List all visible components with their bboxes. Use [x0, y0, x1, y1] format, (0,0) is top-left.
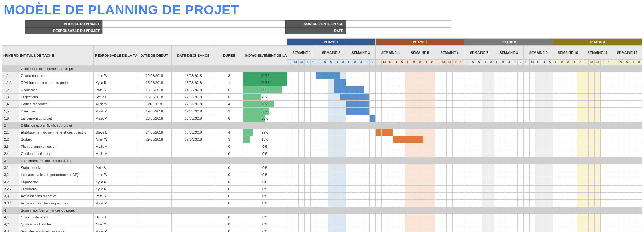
gantt-cell[interactable] [606, 101, 612, 108]
gantt-cell[interactable] [405, 101, 411, 108]
gantt-cell[interactable] [364, 143, 369, 150]
gantt-cell[interactable] [399, 193, 405, 200]
gantt-cell[interactable] [583, 164, 588, 171]
end-cell[interactable] [172, 150, 215, 157]
gantt-cell[interactable] [299, 214, 305, 221]
gantt-cell[interactable] [382, 150, 387, 157]
gantt-cell[interactable] [553, 164, 559, 171]
gantt-cell[interactable] [299, 143, 305, 150]
gantt-cell[interactable] [506, 94, 512, 101]
gantt-cell[interactable] [553, 101, 559, 108]
gantt-cell[interactable] [601, 221, 606, 228]
gantt-cell[interactable] [293, 101, 298, 108]
gantt-cell[interactable] [429, 115, 435, 122]
gantt-cell[interactable] [334, 193, 340, 200]
gantt-cell[interactable] [636, 79, 642, 86]
gantt-cell[interactable] [601, 178, 606, 186]
gantt-cell[interactable] [541, 171, 547, 178]
gantt-cell[interactable] [470, 143, 476, 150]
gantt-cell[interactable] [494, 200, 500, 207]
gantt-cell[interactable] [293, 228, 298, 232]
gantt-cell[interactable] [346, 164, 352, 171]
gantt-cell[interactable] [299, 79, 305, 86]
gantt-cell[interactable] [470, 221, 476, 228]
pct-cell[interactable]: 0% [243, 164, 287, 171]
gantt-cell[interactable] [435, 150, 441, 157]
gantt-cell[interactable] [470, 72, 476, 79]
gantt-cell[interactable] [606, 150, 612, 157]
gantt-cell[interactable] [346, 186, 352, 193]
gantt-cell[interactable] [417, 193, 423, 200]
gantt-cell[interactable] [506, 171, 512, 178]
gantt-cell[interactable] [423, 129, 429, 136]
gantt-cell[interactable] [453, 171, 458, 178]
gantt-cell[interactable] [518, 136, 524, 143]
gantt-cell[interactable] [583, 143, 588, 150]
gantt-cell[interactable] [565, 200, 571, 207]
gantt-cell[interactable] [305, 171, 311, 178]
gantt-cell[interactable] [624, 171, 630, 178]
wbs-cell[interactable]: 2,2 [2, 136, 19, 143]
gantt-cell[interactable] [417, 214, 423, 221]
gantt-cell[interactable] [447, 214, 453, 221]
task-cell[interactable]: Qualité des livrables [19, 221, 94, 228]
gantt-cell[interactable] [393, 101, 399, 108]
gantt-cell[interactable] [387, 171, 393, 178]
gantt-cell[interactable] [464, 79, 470, 86]
gantt-cell[interactable] [595, 171, 601, 178]
gantt-cell[interactable] [364, 214, 369, 221]
gantt-cell[interactable] [441, 214, 446, 221]
gantt-cell[interactable] [512, 178, 517, 186]
gantt-cell[interactable] [458, 129, 464, 136]
gantt-cell[interactable] [541, 94, 547, 101]
gantt-cell[interactable] [358, 178, 364, 186]
gantt-cell[interactable] [571, 94, 577, 101]
gantt-cell[interactable] [494, 193, 500, 200]
gantt-cell[interactable] [518, 72, 524, 79]
gantt-cell[interactable] [322, 129, 328, 136]
gantt-cell[interactable] [559, 150, 565, 157]
gantt-cell[interactable] [476, 143, 482, 150]
gantt-cell[interactable] [612, 221, 618, 228]
gantt-cell[interactable] [541, 164, 547, 171]
dur-cell[interactable]: 6 [215, 94, 243, 101]
wbs-cell[interactable]: 3 [2, 157, 19, 164]
pct-cell[interactable]: 0% [243, 221, 287, 228]
gantt-cell[interactable] [387, 228, 393, 232]
start-cell[interactable] [137, 178, 171, 186]
wbs-cell[interactable]: 3,3 [2, 193, 19, 200]
gantt-cell[interactable] [328, 171, 334, 178]
gantt-cell[interactable] [606, 178, 612, 186]
gantt-cell[interactable] [387, 178, 393, 186]
gantt-cell[interactable] [293, 200, 298, 207]
gantt-cell[interactable] [506, 72, 512, 79]
gantt-cell[interactable] [535, 101, 541, 108]
gantt-cell[interactable] [311, 164, 316, 171]
gantt-cell[interactable] [316, 214, 322, 221]
gantt-cell[interactable] [541, 115, 547, 122]
gantt-cell[interactable] [553, 115, 559, 122]
dur-cell[interactable]: 0 [215, 186, 243, 193]
gantt-cell[interactable] [382, 94, 387, 101]
gantt-cell[interactable] [287, 228, 293, 232]
gantt-cell[interactable] [500, 186, 506, 193]
gantt-cell[interactable] [506, 86, 512, 94]
gantt-cell[interactable] [423, 94, 429, 101]
gantt-cell[interactable] [299, 108, 305, 115]
gantt-cell[interactable] [299, 129, 305, 136]
gantt-cell[interactable] [340, 186, 346, 193]
gantt-cell[interactable] [435, 200, 441, 207]
gantt-cell[interactable] [322, 79, 328, 86]
gantt-cell[interactable] [340, 129, 346, 136]
gantt-cell[interactable] [464, 129, 470, 136]
gantt-cell[interactable] [482, 178, 488, 186]
gantt-cell[interactable] [500, 129, 506, 136]
gantt-cell[interactable] [476, 186, 482, 193]
gantt-cell[interactable] [476, 115, 482, 122]
gantt-cell[interactable] [618, 164, 624, 171]
gantt-cell[interactable] [500, 193, 506, 200]
gantt-cell[interactable] [464, 108, 470, 115]
gantt-cell[interactable] [571, 79, 577, 86]
gantt-cell[interactable] [512, 143, 517, 150]
gantt-cell[interactable] [512, 108, 517, 115]
